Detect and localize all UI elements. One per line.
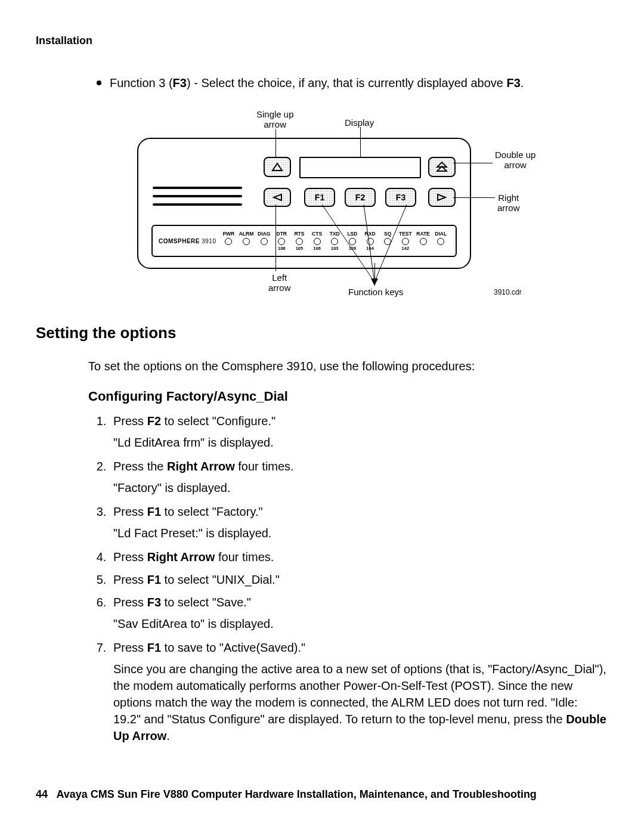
ridge — [153, 195, 242, 197]
led-dot-icon — [243, 238, 250, 245]
led-row: COMSPHERE 3910 PWRALRMDIAGDTR108RTS105CT… — [151, 225, 457, 257]
text: . — [166, 729, 170, 742]
ridge — [153, 187, 242, 189]
model-label: COMSPHERE 3910 — [159, 238, 219, 244]
double-up-button[interactable] — [428, 157, 456, 177]
bold: F3 — [147, 596, 161, 609]
result-text: "Factory" is displayed. — [113, 479, 608, 496]
text: Press — [113, 505, 147, 518]
led-dot-icon — [314, 238, 321, 245]
led-indicator: PWR — [219, 231, 237, 251]
triangle-right-icon — [436, 193, 447, 202]
led-container: PWRALRMDIAGDTR108RTS105CTS106TXD103LSD10… — [219, 231, 450, 251]
text: ) - Select the choice, if any, that is c… — [187, 76, 507, 89]
led-dot-icon — [261, 238, 268, 245]
result-paragraph: Since you are changing the active area t… — [113, 661, 608, 744]
list-item: Press F1 to select "UNIX_Dial." — [110, 571, 608, 588]
triangle-left-icon — [272, 193, 283, 202]
svg-marker-3 — [371, 278, 378, 286]
text: to save to "Active(Saved)." — [161, 641, 305, 654]
led-dot-icon — [420, 238, 427, 245]
bullet-icon — [97, 80, 101, 85]
running-header: Installation — [36, 35, 608, 47]
text: to select "Factory." — [161, 505, 263, 518]
subsection-heading: Configuring Factory/Async_Dial — [88, 389, 608, 404]
text: Press — [113, 596, 147, 609]
text: Press — [113, 550, 147, 563]
text: Function 3 ( — [110, 76, 173, 89]
text: Press — [113, 573, 147, 586]
list-item: Press F1 to select "Factory." "Ld Fact P… — [110, 503, 608, 541]
bullet-item: Function 3 (F3) - Select the choice, if … — [97, 75, 608, 91]
text: to select "Save." — [161, 596, 251, 609]
led-label: LSD — [343, 231, 361, 237]
list-item: Press F1 to save to "Active(Saved)." Sin… — [110, 639, 608, 744]
led-indicator: SQ — [379, 231, 397, 251]
bold: F1 — [147, 573, 161, 586]
label: F1 — [315, 193, 324, 202]
led-label: DTR — [273, 231, 290, 237]
procedure-list: Press F2 to select "Configure." "Ld Edit… — [88, 413, 608, 744]
led-indicator: ALRM — [237, 231, 255, 251]
ridge — [153, 203, 242, 206]
led-dot-icon — [437, 238, 444, 245]
led-dot-icon — [278, 238, 285, 245]
result-text: "Ld EditArea frm" is displayed. — [113, 434, 608, 451]
led-label: SQ — [379, 231, 397, 237]
double-triangle-up-icon — [435, 162, 448, 172]
f2-button[interactable]: F2 — [345, 188, 376, 207]
led-label: ALRM — [237, 231, 255, 237]
text: . — [521, 76, 524, 89]
result-text: "Sav EditArea to" is displayed. — [113, 615, 608, 632]
page-footer: 44 Avaya CMS Sun Fire V880 Computer Hard… — [36, 788, 537, 801]
led-indicator: RXD104 — [361, 231, 379, 251]
bold: Right Arrow — [147, 550, 215, 563]
led-sublabel: 104 — [361, 246, 379, 251]
led-label: CTS — [308, 231, 326, 237]
right-arrow-button[interactable] — [428, 188, 456, 207]
led-label: TXD — [326, 231, 343, 237]
text: Press — [113, 641, 147, 654]
lcd-display — [299, 157, 421, 178]
led-label: RTS — [290, 231, 308, 237]
text: four times. — [215, 550, 274, 563]
text: Press — [113, 414, 147, 428]
label: F2 — [355, 193, 365, 202]
led-indicator: DIAL — [432, 231, 450, 251]
single-up-button[interactable] — [264, 157, 291, 177]
led-dot-icon — [367, 238, 374, 245]
f1-button[interactable]: F1 — [304, 188, 335, 207]
bold: F1 — [147, 641, 161, 654]
led-dot-icon — [331, 238, 338, 245]
callout-display: Display — [345, 117, 374, 128]
bullet-text: Function 3 (F3) - Select the choice, if … — [110, 75, 524, 91]
list-item: Press Right Arrow four times. — [110, 549, 608, 565]
device-diagram: Single up arrow Display Double up arrow … — [137, 109, 566, 306]
led-indicator: RATE — [414, 231, 432, 251]
callout-double-up: Double up arrow — [495, 150, 535, 171]
text: 3910 — [202, 238, 216, 244]
footer-title: Avaya CMS Sun Fire V880 Computer Hardwar… — [56, 788, 537, 800]
list-item: Press F3 to select "Save." "Sav EditArea… — [110, 594, 608, 632]
text: Press the — [113, 460, 167, 473]
led-label: TEST — [397, 231, 414, 237]
page-number: 44 — [36, 788, 48, 800]
led-sublabel: 103 — [326, 246, 343, 251]
led-dot-icon — [225, 238, 232, 245]
text: COMSPHERE — [159, 238, 200, 244]
led-indicator: TXD103 — [326, 231, 343, 251]
callout-function-keys: Function keys — [348, 287, 404, 297]
f3-button[interactable]: F3 — [385, 188, 416, 207]
led-sublabel: 142 — [397, 246, 414, 251]
led-label: RATE — [414, 231, 432, 237]
led-sublabel: 105 — [290, 246, 308, 251]
left-arrow-button[interactable] — [264, 188, 291, 207]
led-indicator: TEST142 — [397, 231, 414, 251]
triangle-up-icon — [271, 162, 283, 172]
text: to select "Configure." — [161, 414, 275, 428]
result-text: "Ld Fact Preset:" is displayed. — [113, 525, 608, 541]
led-sublabel: 108 — [273, 246, 290, 251]
led-indicator: CTS106 — [308, 231, 326, 251]
bold: F3 — [507, 76, 521, 89]
led-dot-icon — [349, 238, 356, 245]
